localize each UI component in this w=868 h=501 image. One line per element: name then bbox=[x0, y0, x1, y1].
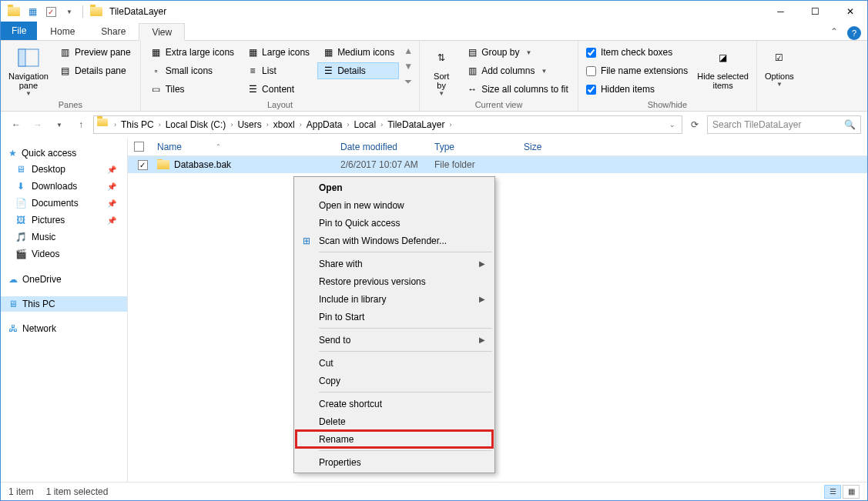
breadcrumb-item[interactable]: Users bbox=[236, 119, 263, 130]
nav-pictures[interactable]: 🖼Pictures📌 bbox=[1, 212, 127, 229]
tiles-button[interactable]: ▭Tiles bbox=[146, 81, 239, 98]
cm-rename[interactable]: Rename bbox=[296, 430, 493, 448]
item-check-boxes-checkbox[interactable]: Item check boxes bbox=[583, 44, 691, 61]
layout-scroll-down-icon[interactable]: ▼ bbox=[404, 61, 413, 72]
cm-create-shortcut[interactable]: Create shortcut bbox=[296, 395, 493, 412]
help-icon[interactable]: ? bbox=[847, 26, 861, 40]
options-button[interactable]: ☑ Options ▼ bbox=[762, 44, 797, 89]
layout-scroll-up-icon[interactable]: ▲ bbox=[404, 45, 413, 56]
small-icons-button[interactable]: ▫Small icons bbox=[146, 62, 239, 79]
column-date[interactable]: Date modified bbox=[334, 142, 428, 152]
cm-restore-versions[interactable]: Restore previous versions bbox=[296, 272, 493, 290]
breadcrumb-item[interactable]: xboxl bbox=[272, 119, 297, 130]
nav-onedrive[interactable]: ☁OneDrive bbox=[1, 272, 127, 287]
navigation-pane-button[interactable]: Navigation pane ▼ bbox=[5, 44, 52, 99]
nav-quick-access[interactable]: ★Quick access bbox=[1, 145, 127, 161]
breadcrumb-item[interactable]: Local bbox=[352, 119, 377, 130]
maximize-button[interactable]: ☐ bbox=[798, 1, 833, 22]
cm-cut[interactable]: Cut bbox=[296, 354, 493, 372]
chevron-right-icon[interactable]: › bbox=[112, 121, 118, 129]
content-button[interactable]: ☰Content bbox=[242, 81, 314, 98]
tab-view[interactable]: View bbox=[139, 23, 185, 41]
cm-delete[interactable]: Delete bbox=[296, 412, 493, 430]
chevron-right-icon[interactable]: › bbox=[379, 121, 384, 129]
chevron-right-icon[interactable]: › bbox=[345, 121, 350, 129]
file-row[interactable]: ✓ Database.bak 2/6/2017 10:07 AM File fo… bbox=[128, 156, 867, 173]
column-size[interactable]: Size bbox=[518, 142, 579, 152]
select-all-checkbox[interactable] bbox=[134, 142, 144, 152]
cm-include-library[interactable]: Include in library▶ bbox=[296, 290, 493, 308]
qat-dropdown-icon[interactable]: ▼ bbox=[61, 3, 78, 20]
cm-pin-start[interactable]: Pin to Start bbox=[296, 308, 493, 326]
refresh-button[interactable]: ⟳ bbox=[685, 115, 704, 134]
nav-downloads[interactable]: ⬇Downloads📌 bbox=[1, 178, 127, 195]
breadcrumb-item[interactable]: This PC bbox=[119, 119, 156, 130]
breadcrumb-item[interactable]: TileDataLayer bbox=[386, 119, 446, 130]
chevron-right-icon[interactable]: › bbox=[298, 121, 303, 129]
collapse-ribbon-icon[interactable]: ⌃ bbox=[824, 23, 844, 40]
cm-pin-quick-access[interactable]: Pin to Quick access bbox=[296, 214, 493, 232]
preview-pane-button[interactable]: ▥Preview pane bbox=[55, 44, 136, 61]
row-checkbox[interactable]: ✓ bbox=[138, 160, 148, 170]
tab-share[interactable]: Share bbox=[88, 22, 139, 40]
new-folder-icon[interactable]: ✓ bbox=[42, 3, 59, 20]
download-icon: ⬇ bbox=[15, 180, 27, 192]
nav-network[interactable]: 🖧Network bbox=[1, 321, 127, 336]
cm-copy[interactable]: Copy bbox=[296, 372, 493, 389]
breadcrumb[interactable]: › This PC › Local Disk (C:) › Users › xb… bbox=[93, 115, 682, 134]
nav-desktop[interactable]: 🖥Desktop📌 bbox=[1, 161, 127, 178]
ribbon: Navigation pane ▼ ▥Preview pane ▤Details… bbox=[1, 41, 867, 112]
file-extensions-checkbox[interactable]: File name extensions bbox=[583, 62, 691, 79]
large-icons-button[interactable]: ▦Large icons bbox=[242, 44, 314, 61]
search-input[interactable]: Search TileDataLayer 🔍 bbox=[707, 115, 861, 134]
pin-icon: 📌 bbox=[107, 182, 116, 191]
ribbon-group-show-hide: Item check boxes File name extensions Hi… bbox=[578, 41, 757, 111]
breadcrumb-dropdown-icon[interactable]: ⌄ bbox=[666, 121, 679, 129]
layout-expand-icon[interactable]: ⏷ bbox=[404, 76, 413, 87]
extra-large-icons-button[interactable]: ▦Extra large icons bbox=[146, 44, 239, 61]
minimize-button[interactable]: ─ bbox=[763, 1, 798, 22]
cm-share-with[interactable]: Share with▶ bbox=[296, 255, 493, 272]
grid-icon: ▦ bbox=[322, 46, 334, 58]
list-button[interactable]: ≡List bbox=[242, 62, 314, 79]
properties-icon[interactable]: ▦ bbox=[24, 3, 41, 20]
breadcrumb-item[interactable]: AppData bbox=[305, 119, 344, 130]
hide-selected-button[interactable]: ◪ Hide selected items bbox=[694, 44, 752, 92]
nav-music[interactable]: 🎵Music bbox=[1, 229, 127, 245]
nav-this-pc[interactable]: 🖥This PC bbox=[1, 296, 127, 312]
forward-button[interactable]: → bbox=[28, 115, 47, 134]
cm-scan-defender[interactable]: ⊞Scan with Windows Defender... bbox=[296, 232, 493, 249]
details-button[interactable]: ☰Details bbox=[317, 62, 399, 79]
medium-icons-button[interactable]: ▦Medium icons bbox=[317, 44, 399, 61]
hidden-items-checkbox[interactable]: Hidden items bbox=[583, 81, 691, 98]
close-button[interactable]: ✕ bbox=[833, 1, 867, 22]
size-columns-button[interactable]: ↔Size all columns to fit bbox=[461, 81, 573, 98]
breadcrumb-item[interactable]: Local Disk (C:) bbox=[164, 119, 228, 130]
content-icon: ☰ bbox=[246, 83, 259, 95]
up-button[interactable]: ↑ bbox=[72, 115, 90, 134]
selection-count: 1 item selected bbox=[46, 486, 109, 497]
chevron-right-icon[interactable]: › bbox=[447, 121, 453, 129]
ribbon-group-panes: Navigation pane ▼ ▥Preview pane ▤Details… bbox=[1, 41, 141, 111]
tab-file[interactable]: File bbox=[1, 22, 37, 40]
cm-send-to[interactable]: Send to▶ bbox=[296, 331, 493, 349]
chevron-right-icon[interactable]: › bbox=[229, 121, 234, 129]
chevron-right-icon[interactable]: › bbox=[265, 121, 270, 129]
cm-open[interactable]: Open bbox=[296, 179, 493, 196]
back-button[interactable]: ← bbox=[7, 115, 25, 134]
add-columns-button[interactable]: ▥Add columns▼ bbox=[461, 62, 573, 79]
column-name[interactable]: Name⌃ bbox=[151, 142, 334, 152]
nav-videos[interactable]: 🎬Videos bbox=[1, 245, 127, 262]
large-icons-view-button[interactable]: ▦ bbox=[843, 485, 860, 499]
cm-properties[interactable]: Properties bbox=[296, 453, 493, 471]
nav-documents[interactable]: 📄Documents📌 bbox=[1, 195, 127, 212]
column-type[interactable]: Type bbox=[428, 142, 518, 152]
details-view-button[interactable]: ☰ bbox=[824, 485, 841, 499]
group-by-button[interactable]: ▤Group by▼ bbox=[461, 44, 573, 61]
sort-by-button[interactable]: ⇅ Sort by ▼ bbox=[424, 44, 458, 99]
details-pane-button[interactable]: ▤Details pane bbox=[55, 62, 136, 79]
tab-home[interactable]: Home bbox=[37, 22, 88, 40]
cm-open-new-window[interactable]: Open in new window bbox=[296, 196, 493, 214]
chevron-right-icon[interactable]: › bbox=[157, 121, 163, 129]
recent-locations-button[interactable]: ▼ bbox=[50, 115, 69, 134]
